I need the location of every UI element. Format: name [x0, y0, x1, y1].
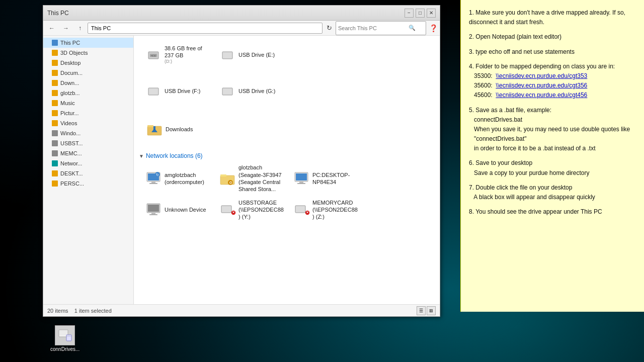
sidebar-item-label: 3D Objects [60, 50, 88, 56]
instruction-num: 8. [469, 208, 475, 215]
taskbar-item-conndrives[interactable]: connDrives... [50, 325, 79, 352]
sidebar-item-music[interactable]: Music [43, 98, 133, 108]
link-cgt353[interactable]: \\ecniisdev.ecn.purdue.edu/cgt353 [496, 72, 587, 79]
address-bar[interactable]: This PC [88, 23, 323, 34]
instruction-text-2: Open Notepad (plain text editor) [475, 33, 561, 40]
instruction-text-8: You should see the drive appear under Th… [475, 208, 602, 215]
instruction-item-1: 1. Make sure you don't have a drive mapp… [469, 8, 636, 27]
close-button[interactable]: ✕ [427, 9, 436, 18]
network-section-label: Network locations (6) [146, 152, 203, 159]
drive-d[interactable]: HDD 38.6 GB free of 237 GB (D:) [142, 40, 215, 70]
network-item-amglotzbach[interactable]: ↻ amglotzbach (ordercomputer) [142, 163, 215, 194]
drive-f[interactable]: USB Drive (F:) [142, 76, 215, 106]
network-section-header[interactable]: ▼ Network locations (6) [138, 150, 436, 161]
drive-g[interactable]: USB Drive (G:) [216, 76, 289, 106]
downloads-icon [146, 121, 163, 137]
refresh-button[interactable]: ↻ [324, 23, 335, 34]
sidebar-item-persc[interactable]: PERSC... [43, 178, 133, 189]
maximize-button[interactable]: □ [416, 9, 425, 18]
sidebar-item-label: Down... [60, 80, 79, 86]
instruction-item-4: 4. Folder to be mapped depending on clas… [469, 62, 636, 101]
search-input[interactable] [338, 25, 409, 31]
sidebar-item-memorycard[interactable]: MEMC... [43, 148, 133, 158]
instruction-num: 6. [469, 159, 475, 166]
list-view-button[interactable]: ☰ [417, 306, 426, 315]
sidebar-item-glotzbach[interactable]: glotzb... [43, 88, 133, 98]
content-area: HDD 38.6 GB free of 237 GB (D:) [134, 36, 440, 304]
item-count: 20 items [47, 308, 68, 314]
usbstorage-label: USBSTORAGE (\\EPSON2DEC88) (Y:) [238, 199, 285, 221]
sidebar-item-this-pc[interactable]: This PC [43, 38, 133, 48]
taskbar-icon [55, 325, 75, 345]
sidebar-item-network[interactable]: Networ... [43, 158, 133, 168]
instruction-num: 4. [469, 63, 475, 70]
view-controls: ☰ ⊞ [417, 306, 436, 315]
search-icon[interactable]: 🔍 [409, 25, 416, 31]
svg-rect-38 [66, 335, 71, 341]
svg-rect-31 [295, 206, 305, 213]
sidebar-item-usbstorage[interactable]: USBST... [43, 138, 133, 148]
sidebar-item-3d-objects[interactable]: 3D Objects [43, 48, 133, 58]
network-item-usbstorage[interactable]: ✕ USBSTORAGE (\\EPSON2DEC88) (Y:) [216, 195, 289, 225]
glotzbach-nas-icon: ⚙ [219, 170, 235, 187]
drives-section: HDD 38.6 GB free of 237 GB (D:) [138, 40, 436, 70]
back-button[interactable]: ← [45, 23, 58, 34]
network-section: ▼ Network locations (6) [138, 150, 436, 225]
svg-rect-23 [297, 183, 305, 184]
address-text: This PC [91, 25, 111, 31]
svg-rect-3 [222, 52, 232, 59]
instruction-sub-6: Save a copy to your purdue home director… [474, 169, 589, 176]
link-cgt356[interactable]: \\ecniisdev.ecn.purdue.edu/cgt356 [496, 82, 587, 89]
sidebar-item-windows-c[interactable]: Windo... [43, 128, 133, 138]
instruction-item-7: 7. Double click the file on your desktop… [469, 183, 636, 202]
sidebar-item-documents[interactable]: Docum... [43, 68, 133, 78]
sidebar-item-label: DESKT... [60, 170, 83, 176]
svg-rect-22 [299, 182, 303, 183]
sidebar-item-pictures[interactable]: Pictur... [43, 108, 133, 118]
main-area: This PC 3D Objects Desktop Docum... Down… [43, 36, 440, 304]
instruction-item-3: 3. type echo off and net use statements [469, 47, 636, 57]
svg-text:↻: ↻ [156, 173, 159, 176]
status-bar: 20 items 1 item selected ☰ ⊞ [43, 304, 440, 316]
drive-e[interactable]: USB Drive (E:) [216, 40, 289, 70]
sidebar-item-label: Videos [60, 120, 77, 126]
minimize-button[interactable]: − [405, 9, 414, 18]
drives-section-2: USB Drive (F:) USB Drive (G:) [138, 76, 436, 106]
grid-view-button[interactable]: ⊞ [427, 306, 436, 315]
unknown-device-label: Unknown Device [165, 206, 206, 213]
link-cgt456[interactable]: \\ecniisdev.ecn.purdue.edu/cgt456 [496, 92, 587, 99]
up-button[interactable]: ↑ [73, 23, 87, 34]
instructions-panel: 1. Make sure you don't have a drive mapp… [460, 0, 644, 312]
sidebar-item-label: MEMC... [60, 150, 82, 156]
downloads-label: Downloads [166, 126, 193, 133]
drive-g-label: USB Drive (G:) [238, 87, 275, 95]
svg-rect-4 [148, 88, 158, 95]
forward-button[interactable]: → [59, 23, 72, 34]
sidebar-item-label: Docum... [60, 70, 83, 76]
search-bar: 🔍 [336, 21, 426, 35]
instructions-list: 1. Make sure you don't have a drive mapp… [469, 8, 636, 217]
svg-text:✕: ✕ [306, 211, 309, 214]
sidebar-item-label: glotzb... [60, 90, 80, 96]
sidebar-item-downloads[interactable]: Down... [43, 78, 133, 88]
downloads-grid: Downloads [139, 114, 435, 144]
instruction-item-5: 5. Save as a .bat file, example: connect… [469, 106, 636, 154]
memorycard-label: MEMORYCARD (\\EPSON2DEC88) (Z:) [312, 199, 359, 221]
sidebar-item-label: This PC [60, 40, 80, 46]
sidebar-item-desktop[interactable]: Desktop [43, 58, 133, 68]
sidebar-item-label: Windo... [60, 130, 80, 136]
help-icon[interactable]: ❓ [429, 24, 438, 32]
explorer-window: This PC − □ ✕ ← → ↑ This PC ↻ 🔍 ❓ This P… [43, 5, 440, 317]
sidebar-item-label: PERSC... [60, 180, 84, 187]
sidebar-item-desktop2[interactable]: DESKT... [43, 168, 133, 178]
network-item-desktop[interactable]: PC:DESKTOP-NP84E34 [290, 163, 363, 194]
network-chevron: ▼ [139, 153, 144, 159]
network-item-unknown[interactable]: Unknown Device [142, 195, 215, 225]
sidebar-item-videos[interactable]: Videos [43, 118, 133, 128]
downloads-folder[interactable]: Downloads [143, 114, 216, 144]
status-left: 20 items 1 item selected [47, 308, 112, 314]
svg-rect-9 [153, 126, 155, 130]
svg-rect-25 [148, 205, 159, 212]
network-item-glotzbach-nas[interactable]: ⚙ glotzbach (Seagate-3F3947 (Seagate Cen… [216, 163, 289, 194]
network-item-memorycard[interactable]: ✕ MEMORYCARD (\\EPSON2DEC88) (Z:) [290, 195, 363, 225]
